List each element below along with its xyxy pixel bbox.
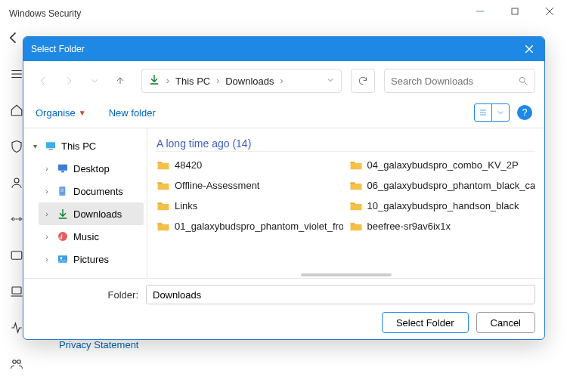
folder-name: 10_galaxybudspro_handson_black [367, 200, 519, 211]
svg-point-32 [60, 257, 63, 259]
svg-rect-1 [512, 8, 518, 14]
tree-label: This PC [61, 140, 96, 152]
svg-point-7 [14, 178, 19, 183]
folder-item[interactable]: 48420 [156, 159, 343, 171]
svg-point-18 [519, 77, 525, 82]
nav-forward-button[interactable] [58, 70, 79, 91]
svg-rect-11 [12, 287, 21, 294]
desktop-icon [57, 162, 69, 174]
folder-item[interactable]: Links [156, 200, 343, 211]
tree-label: Music [73, 231, 99, 242]
organise-menu[interactable]: Organise ▼ [36, 107, 86, 119]
tree-label: Documents [73, 186, 123, 197]
chevron-down-icon: ▼ [79, 109, 86, 117]
minimize-button[interactable] [463, 0, 497, 23]
tree-documents[interactable]: › Documents [39, 180, 144, 202]
nav-back-button[interactable] [33, 70, 54, 91]
breadcrumb-current[interactable]: Downloads [225, 76, 274, 87]
back-button[interactable] [6, 30, 21, 48]
search-icon [518, 76, 528, 86]
cancel-button[interactable]: Cancel [476, 312, 535, 333]
breadcrumb[interactable]: › This PC › Downloads › [141, 69, 342, 93]
chevron-down-icon[interactable] [492, 104, 509, 121]
shield-icon[interactable] [9, 139, 24, 154]
view-toggle[interactable] [474, 103, 510, 122]
svg-rect-23 [46, 142, 55, 148]
home-icon[interactable] [9, 103, 24, 118]
folder-icon [349, 201, 363, 211]
dialog-close-button[interactable] [514, 37, 544, 61]
folder-input[interactable] [146, 285, 535, 304]
folder-icon [349, 181, 363, 191]
chevron-right-icon: › [166, 76, 169, 86]
chevron-right-icon[interactable]: › [42, 187, 52, 196]
tree-desktop[interactable]: › Desktop [39, 157, 144, 180]
pictures-icon [57, 253, 69, 265]
chevron-right-icon: › [280, 76, 284, 86]
tree-pictures[interactable]: › Pictures [39, 248, 144, 270]
tree-label: Desktop [73, 163, 110, 174]
device-icon[interactable] [9, 284, 24, 299]
organise-label: Organise [36, 107, 76, 119]
folder-item[interactable]: 04_galaxybudspro_combo_KV_2P [349, 159, 536, 171]
maximize-button[interactable] [497, 0, 532, 23]
folder-item[interactable]: 10_galaxybudspro_handson_black [349, 200, 536, 211]
firewall-icon[interactable] [9, 211, 24, 227]
breadcrumb-root[interactable]: This PC [175, 76, 210, 87]
chevron-right-icon[interactable]: › [42, 165, 52, 173]
close-button[interactable] [532, 0, 567, 23]
search-input[interactable] [391, 76, 518, 87]
group-header[interactable]: A long time ago (14) [156, 137, 535, 152]
scrollbar[interactable] [301, 273, 392, 276]
performance-icon[interactable] [9, 320, 24, 335]
folder-icon [156, 160, 170, 171]
folder-item[interactable]: 01_galaxybudspro_phantom_violet_front [156, 221, 343, 232]
tree-this-pc[interactable]: ▾ This PC [26, 134, 144, 157]
folder-name: beefree-sr9av6ix1x [367, 221, 451, 232]
downloads-icon [148, 73, 160, 88]
svg-rect-26 [61, 171, 64, 172]
folder-item[interactable]: 06_galaxybudspro_phantom_black_case_fron… [349, 180, 536, 191]
new-folder-button[interactable]: New folder [109, 107, 156, 119]
list-view-icon[interactable] [475, 104, 491, 121]
privacy-link[interactable]: Privacy Statement [59, 339, 139, 350]
folder-icon [349, 221, 363, 232]
nav-up-button[interactable] [110, 70, 131, 91]
svg-point-14 [17, 360, 21, 364]
tree-downloads[interactable]: › Downloads [39, 202, 144, 225]
help-button[interactable]: ? [517, 105, 532, 120]
svg-point-8 [12, 218, 14, 221]
chevron-down-icon[interactable] [326, 74, 335, 88]
select-folder-button[interactable]: Select Folder [382, 312, 469, 333]
account-icon[interactable] [9, 175, 24, 190]
chevron-right-icon[interactable]: › [42, 255, 52, 264]
chevron-right-icon[interactable]: › [42, 210, 52, 218]
folder-item[interactable]: Offline-Assessment [156, 180, 343, 191]
family-icon[interactable] [9, 357, 24, 372]
chevron-right-icon[interactable]: › [42, 233, 52, 241]
dialog-title: Select Folder [31, 44, 85, 54]
folder-label: Folder: [33, 289, 138, 301]
pc-icon [45, 140, 57, 152]
folder-item[interactable]: beefree-sr9av6ix1x [349, 221, 536, 232]
svg-line-19 [525, 82, 528, 85]
folder-name: 48420 [175, 159, 202, 171]
menu-icon[interactable] [9, 66, 24, 82]
svg-rect-24 [48, 149, 52, 150]
music-icon [57, 230, 69, 242]
chevron-down-icon[interactable]: ▾ [29, 142, 40, 150]
tree-label: Pictures [73, 254, 109, 265]
folder-name: 01_galaxybudspro_phantom_violet_front [175, 221, 343, 232]
folder-icon [156, 181, 170, 191]
svg-rect-25 [58, 165, 67, 171]
refresh-button[interactable] [351, 69, 375, 93]
folder-icon [349, 160, 363, 171]
app-control-icon[interactable] [9, 248, 24, 263]
folder-icon [156, 221, 170, 232]
search-field[interactable] [384, 69, 535, 93]
content-pane: A long time ago (14) 4842004_galaxybudsp… [147, 128, 544, 278]
downloads-icon [57, 208, 69, 220]
svg-point-30 [58, 232, 67, 241]
tree-music[interactable]: › Music [39, 225, 144, 248]
nav-recent-button[interactable] [84, 70, 105, 91]
